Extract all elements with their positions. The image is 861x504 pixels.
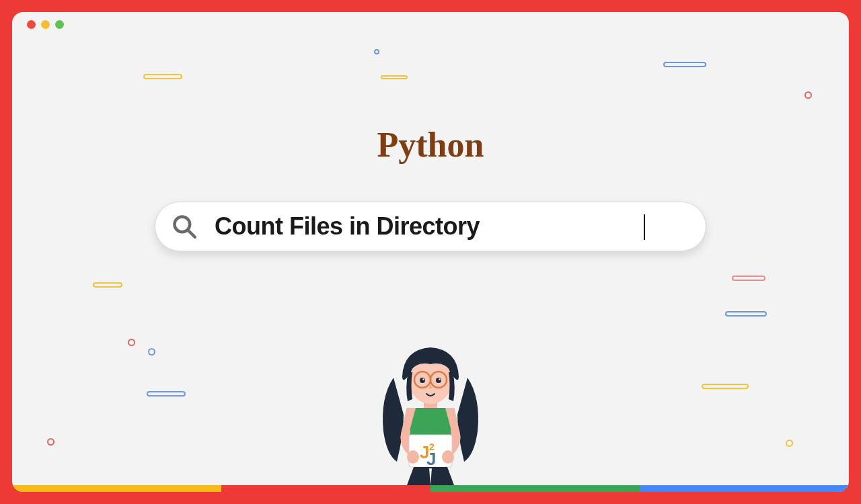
deco-pill: [93, 282, 122, 288]
svg-point-8: [442, 450, 454, 464]
bottom-color-bar: [12, 485, 849, 492]
bar-yellow: [12, 485, 221, 492]
svg-point-16: [439, 378, 441, 380]
deco-pill: [725, 311, 767, 317]
svg-point-15: [422, 378, 424, 380]
content-area: Python Count Files in Directory: [12, 12, 849, 492]
bar-green: [430, 485, 640, 492]
deco-pill: [702, 384, 749, 389]
character-illustration: J 2 J: [363, 337, 498, 485]
deco-circle: [804, 91, 812, 99]
deco-circle: [128, 339, 135, 346]
deco-circle: [148, 348, 155, 355]
deco-pill: [381, 75, 408, 79]
svg-point-14: [436, 378, 441, 383]
deco-pill: [663, 62, 706, 67]
bar-red: [221, 485, 430, 492]
browser-window: Python Count Files in Directory: [12, 12, 849, 492]
search-bar[interactable]: Count Files in Directory: [155, 202, 706, 251]
deco-pill: [143, 74, 182, 79]
search-icon: [172, 214, 197, 239]
text-cursor: [644, 214, 645, 240]
svg-line-1: [188, 230, 195, 237]
search-query: Count Files in Directory: [215, 212, 480, 241]
svg-point-7: [407, 450, 419, 464]
deco-circle: [47, 438, 54, 446]
deco-pill: [147, 391, 186, 396]
deco-pill: [732, 276, 765, 281]
deco-circle: [374, 49, 379, 54]
svg-point-13: [420, 378, 425, 383]
bar-blue: [640, 485, 849, 492]
page-title: Python: [377, 125, 484, 165]
deco-circle: [786, 439, 793, 447]
svg-text:J: J: [426, 449, 436, 469]
